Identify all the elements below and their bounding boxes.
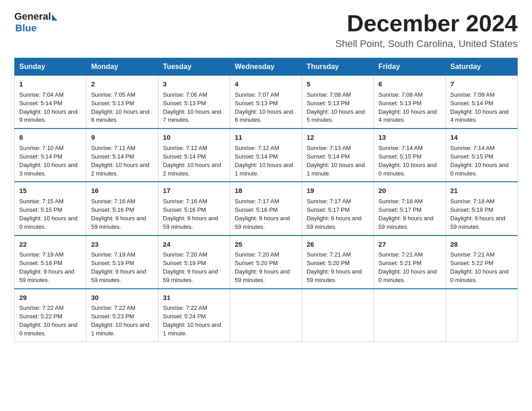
day-info: Sunrise: 7:12 AMSunset: 5:14 PMDaylight:… [163,145,221,177]
day-number: 16 [91,186,153,196]
day-info: Sunrise: 7:08 AMSunset: 5:13 PMDaylight:… [307,91,365,124]
day-number: 22 [19,240,82,249]
day-number: 10 [163,133,225,142]
day-number: 27 [378,240,441,249]
calendar-header-saturday: Saturday [446,58,517,76]
day-info: Sunrise: 7:07 AMSunset: 5:13 PMDaylight:… [235,91,293,124]
page-header: General Blue December 2024 Shell Point, … [14,11,518,50]
day-info: Sunrise: 7:20 AMSunset: 5:19 PMDaylight:… [163,251,218,283]
calendar-week-row: 29 Sunrise: 7:22 AMSunset: 5:22 PMDaylig… [15,289,518,342]
day-number: 12 [307,133,369,142]
day-info: Sunrise: 7:21 AMSunset: 5:22 PMDaylight:… [450,251,509,283]
day-number: 17 [163,186,225,196]
calendar-header-sunday: Sunday [15,58,86,76]
calendar-day-cell [374,289,446,342]
day-info: Sunrise: 7:17 AMSunset: 5:17 PMDaylight:… [307,198,362,230]
calendar-week-row: 22 Sunrise: 7:19 AMSunset: 5:18 PMDaylig… [15,235,518,289]
calendar-day-cell: 10 Sunrise: 7:12 AMSunset: 5:14 PMDaylig… [158,128,230,182]
calendar-day-cell: 23 Sunrise: 7:19 AMSunset: 5:19 PMDaylig… [86,235,158,289]
calendar-day-cell: 15 Sunrise: 7:15 AMSunset: 5:15 PMDaylig… [15,182,86,235]
day-number: 30 [91,293,153,303]
calendar-day-cell: 26 Sunrise: 7:21 AMSunset: 5:20 PMDaylig… [302,235,373,289]
day-info: Sunrise: 7:04 AMSunset: 5:14 PMDaylight:… [19,91,77,124]
logo-triangle-icon [52,14,57,21]
location-title: Shell Point, South Carolina, United Stat… [335,38,518,50]
day-number: 4 [235,79,297,89]
day-number: 28 [450,240,513,249]
logo: General Blue [14,11,57,34]
day-number: 8 [19,133,82,142]
day-info: Sunrise: 7:17 AMSunset: 5:16 PMDaylight:… [235,198,290,230]
calendar-day-cell: 8 Sunrise: 7:10 AMSunset: 5:14 PMDayligh… [15,128,86,182]
calendar-day-cell: 5 Sunrise: 7:08 AMSunset: 5:13 PMDayligh… [302,76,373,129]
day-number: 29 [19,293,82,303]
calendar-day-cell: 9 Sunrise: 7:11 AMSunset: 5:14 PMDayligh… [86,128,158,182]
day-number: 5 [307,79,369,89]
day-number: 2 [91,79,153,89]
day-number: 7 [450,79,513,89]
day-number: 23 [91,240,153,249]
calendar-day-cell: 22 Sunrise: 7:19 AMSunset: 5:18 PMDaylig… [15,235,86,289]
day-info: Sunrise: 7:06 AMSunset: 5:13 PMDaylight:… [163,91,221,124]
day-info: Sunrise: 7:14 AMSunset: 5:15 PMDaylight:… [450,145,509,177]
day-info: Sunrise: 7:12 AMSunset: 5:14 PMDaylight:… [235,145,293,177]
day-info: Sunrise: 7:16 AMSunset: 5:16 PMDaylight:… [91,198,146,230]
day-number: 18 [235,186,297,196]
day-info: Sunrise: 7:22 AMSunset: 5:22 PMDaylight:… [19,304,77,337]
logo-blue-text: Blue [15,22,37,34]
calendar-day-cell: 31 Sunrise: 7:22 AMSunset: 5:24 PMDaylig… [158,289,230,342]
day-info: Sunrise: 7:20 AMSunset: 5:20 PMDaylight:… [235,251,290,283]
calendar-day-cell: 14 Sunrise: 7:14 AMSunset: 5:15 PMDaylig… [446,128,517,182]
day-number: 25 [235,240,297,249]
day-info: Sunrise: 7:22 AMSunset: 5:23 PMDaylight:… [91,304,149,337]
day-number: 3 [163,79,225,89]
calendar-day-cell: 25 Sunrise: 7:20 AMSunset: 5:20 PMDaylig… [230,235,302,289]
calendar-day-cell: 20 Sunrise: 7:18 AMSunset: 5:17 PMDaylig… [374,182,446,235]
day-number: 9 [91,133,153,142]
day-number: 19 [307,186,369,196]
title-area: December 2024 Shell Point, South Carolin… [335,11,518,50]
day-number: 24 [163,240,225,249]
calendar-day-cell: 11 Sunrise: 7:12 AMSunset: 5:14 PMDaylig… [230,128,302,182]
calendar-day-cell: 28 Sunrise: 7:21 AMSunset: 5:22 PMDaylig… [446,235,517,289]
day-info: Sunrise: 7:21 AMSunset: 5:20 PMDaylight:… [307,251,362,283]
day-info: Sunrise: 7:14 AMSunset: 5:15 PMDaylight:… [378,145,437,177]
calendar-header-friday: Friday [374,58,446,76]
calendar-header-wednesday: Wednesday [230,58,302,76]
calendar-day-cell: 1 Sunrise: 7:04 AMSunset: 5:14 PMDayligh… [15,76,86,129]
calendar-week-row: 1 Sunrise: 7:04 AMSunset: 5:14 PMDayligh… [15,76,518,129]
logo-general-text: General [14,11,51,22]
day-number: 1 [19,79,82,89]
calendar-day-cell: 4 Sunrise: 7:07 AMSunset: 5:13 PMDayligh… [230,76,302,129]
calendar-day-cell: 6 Sunrise: 7:08 AMSunset: 5:13 PMDayligh… [374,76,446,129]
day-info: Sunrise: 7:11 AMSunset: 5:14 PMDaylight:… [91,145,149,177]
day-info: Sunrise: 7:05 AMSunset: 5:13 PMDaylight:… [91,91,149,124]
day-number: 31 [163,293,225,303]
calendar-week-row: 15 Sunrise: 7:15 AMSunset: 5:15 PMDaylig… [15,182,518,235]
calendar-day-cell: 3 Sunrise: 7:06 AMSunset: 5:13 PMDayligh… [158,76,230,129]
day-number: 26 [307,240,369,249]
calendar-day-cell: 16 Sunrise: 7:16 AMSunset: 5:16 PMDaylig… [86,182,158,235]
day-info: Sunrise: 7:15 AMSunset: 5:15 PMDaylight:… [19,198,77,230]
day-number: 14 [450,133,513,142]
day-info: Sunrise: 7:13 AMSunset: 5:14 PMDaylight:… [307,145,365,177]
day-number: 20 [378,186,441,196]
day-number: 15 [19,186,82,196]
day-number: 6 [378,79,441,89]
day-info: Sunrise: 7:09 AMSunset: 5:14 PMDaylight:… [450,91,509,124]
day-info: Sunrise: 7:16 AMSunset: 5:16 PMDaylight:… [163,198,218,230]
calendar-day-cell: 30 Sunrise: 7:22 AMSunset: 5:23 PMDaylig… [86,289,158,342]
calendar-day-cell: 19 Sunrise: 7:17 AMSunset: 5:17 PMDaylig… [302,182,373,235]
calendar-table: SundayMondayTuesdayWednesdayThursdayFrid… [14,58,518,342]
calendar-day-cell: 24 Sunrise: 7:20 AMSunset: 5:19 PMDaylig… [158,235,230,289]
calendar-day-cell: 18 Sunrise: 7:17 AMSunset: 5:16 PMDaylig… [230,182,302,235]
calendar-header-monday: Monday [86,58,158,76]
calendar-day-cell: 13 Sunrise: 7:14 AMSunset: 5:15 PMDaylig… [374,128,446,182]
calendar-week-row: 8 Sunrise: 7:10 AMSunset: 5:14 PMDayligh… [15,128,518,182]
day-number: 21 [450,186,513,196]
day-info: Sunrise: 7:21 AMSunset: 5:21 PMDaylight:… [378,251,437,283]
calendar-day-cell: 21 Sunrise: 7:18 AMSunset: 5:18 PMDaylig… [446,182,517,235]
calendar-day-cell [230,289,302,342]
day-info: Sunrise: 7:10 AMSunset: 5:14 PMDaylight:… [19,145,77,177]
day-info: Sunrise: 7:08 AMSunset: 5:13 PMDaylight:… [378,91,437,124]
